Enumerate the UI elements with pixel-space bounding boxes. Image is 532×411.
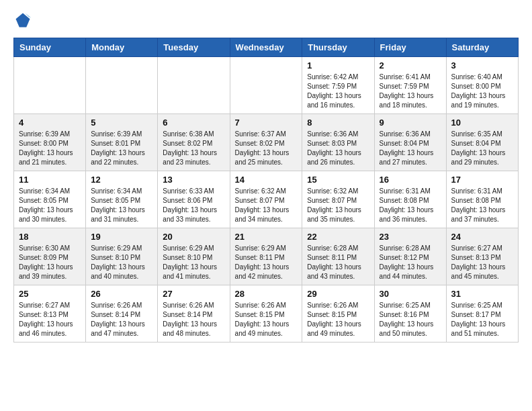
col-header-saturday: Saturday bbox=[446, 38, 518, 57]
calendar-cell: 9Sunrise: 6:36 AM Sunset: 8:04 PM Daylig… bbox=[374, 114, 446, 171]
col-header-sunday: Sunday bbox=[14, 38, 86, 57]
calendar-cell: 30Sunrise: 6:25 AM Sunset: 8:16 PM Dayli… bbox=[374, 285, 446, 342]
calendar-cell: 17Sunrise: 6:31 AM Sunset: 8:08 PM Dayli… bbox=[446, 171, 518, 228]
calendar-cell: 14Sunrise: 6:32 AM Sunset: 8:07 PM Dayli… bbox=[230, 171, 302, 228]
col-header-wednesday: Wednesday bbox=[230, 38, 302, 57]
calendar-cell: 15Sunrise: 6:32 AM Sunset: 8:07 PM Dayli… bbox=[302, 171, 374, 228]
day-info: Sunrise: 6:26 AM Sunset: 8:14 PM Dayligh… bbox=[91, 301, 152, 338]
calendar-cell: 11Sunrise: 6:34 AM Sunset: 8:05 PM Dayli… bbox=[14, 171, 86, 228]
calendar-cell: 16Sunrise: 6:31 AM Sunset: 8:08 PM Dayli… bbox=[374, 171, 446, 228]
day-info: Sunrise: 6:27 AM Sunset: 8:13 PM Dayligh… bbox=[19, 301, 81, 338]
day-number: 11 bbox=[19, 175, 81, 185]
calendar-cell: 29Sunrise: 6:26 AM Sunset: 8:15 PM Dayli… bbox=[302, 285, 374, 342]
calendar-cell: 1Sunrise: 6:42 AM Sunset: 7:59 PM Daylig… bbox=[302, 57, 374, 114]
day-number: 6 bbox=[163, 118, 224, 128]
col-header-thursday: Thursday bbox=[302, 38, 374, 57]
calendar-cell bbox=[158, 57, 230, 114]
calendar-cell: 20Sunrise: 6:29 AM Sunset: 8:10 PM Dayli… bbox=[158, 228, 230, 285]
day-info: Sunrise: 6:39 AM Sunset: 8:01 PM Dayligh… bbox=[91, 130, 152, 167]
calendar-cell: 3Sunrise: 6:40 AM Sunset: 8:00 PM Daylig… bbox=[446, 57, 518, 114]
calendar-cell: 13Sunrise: 6:33 AM Sunset: 8:06 PM Dayli… bbox=[158, 171, 230, 228]
calendar-cell: 28Sunrise: 6:26 AM Sunset: 8:15 PM Dayli… bbox=[230, 285, 302, 342]
day-number: 10 bbox=[451, 118, 513, 128]
day-number: 7 bbox=[235, 118, 298, 128]
day-number: 17 bbox=[451, 175, 513, 185]
day-number: 30 bbox=[380, 289, 441, 299]
calendar-cell: 8Sunrise: 6:36 AM Sunset: 8:03 PM Daylig… bbox=[302, 114, 374, 171]
day-info: Sunrise: 6:32 AM Sunset: 8:07 PM Dayligh… bbox=[235, 187, 298, 224]
logo-icon bbox=[13, 11, 32, 30]
calendar-cell: 23Sunrise: 6:28 AM Sunset: 8:12 PM Dayli… bbox=[374, 228, 446, 285]
day-number: 21 bbox=[235, 232, 298, 242]
day-info: Sunrise: 6:34 AM Sunset: 8:05 PM Dayligh… bbox=[19, 187, 81, 224]
calendar-cell: 27Sunrise: 6:26 AM Sunset: 8:14 PM Dayli… bbox=[158, 285, 230, 342]
calendar-cell: 26Sunrise: 6:26 AM Sunset: 8:14 PM Dayli… bbox=[86, 285, 158, 342]
calendar-week-row: 1Sunrise: 6:42 AM Sunset: 7:59 PM Daylig… bbox=[14, 57, 519, 114]
calendar-cell bbox=[86, 57, 158, 114]
day-info: Sunrise: 6:38 AM Sunset: 8:02 PM Dayligh… bbox=[163, 130, 224, 167]
day-number: 14 bbox=[235, 175, 298, 185]
day-info: Sunrise: 6:36 AM Sunset: 8:04 PM Dayligh… bbox=[380, 130, 441, 167]
day-info: Sunrise: 6:31 AM Sunset: 8:08 PM Dayligh… bbox=[451, 187, 513, 224]
day-info: Sunrise: 6:30 AM Sunset: 8:09 PM Dayligh… bbox=[19, 244, 81, 281]
calendar-cell: 2Sunrise: 6:41 AM Sunset: 7:59 PM Daylig… bbox=[374, 57, 446, 114]
day-number: 15 bbox=[307, 175, 369, 185]
day-info: Sunrise: 6:37 AM Sunset: 8:02 PM Dayligh… bbox=[235, 130, 298, 167]
day-info: Sunrise: 6:28 AM Sunset: 8:11 PM Dayligh… bbox=[307, 244, 369, 281]
day-info: Sunrise: 6:36 AM Sunset: 8:03 PM Dayligh… bbox=[307, 130, 369, 167]
day-number: 5 bbox=[91, 118, 152, 128]
calendar-week-row: 18Sunrise: 6:30 AM Sunset: 8:09 PM Dayli… bbox=[14, 228, 519, 285]
calendar-cell: 31Sunrise: 6:25 AM Sunset: 8:17 PM Dayli… bbox=[446, 285, 518, 342]
day-number: 19 bbox=[91, 232, 152, 242]
calendar-cell: 5Sunrise: 6:39 AM Sunset: 8:01 PM Daylig… bbox=[86, 114, 158, 171]
day-number: 13 bbox=[163, 175, 224, 185]
calendar-table: SundayMondayTuesdayWednesdayThursdayFrid… bbox=[13, 38, 519, 342]
day-number: 23 bbox=[380, 232, 441, 242]
day-info: Sunrise: 6:32 AM Sunset: 8:07 PM Dayligh… bbox=[307, 187, 369, 224]
day-number: 20 bbox=[163, 232, 224, 242]
day-info: Sunrise: 6:25 AM Sunset: 8:17 PM Dayligh… bbox=[451, 301, 513, 338]
day-info: Sunrise: 6:29 AM Sunset: 8:10 PM Dayligh… bbox=[91, 244, 152, 281]
calendar-cell: 4Sunrise: 6:39 AM Sunset: 8:00 PM Daylig… bbox=[14, 114, 86, 171]
calendar-cell bbox=[230, 57, 302, 114]
calendar-header-row: SundayMondayTuesdayWednesdayThursdayFrid… bbox=[14, 38, 519, 57]
col-header-tuesday: Tuesday bbox=[158, 38, 230, 57]
day-info: Sunrise: 6:28 AM Sunset: 8:12 PM Dayligh… bbox=[380, 244, 441, 281]
day-info: Sunrise: 6:29 AM Sunset: 8:10 PM Dayligh… bbox=[163, 244, 224, 281]
day-info: Sunrise: 6:42 AM Sunset: 7:59 PM Dayligh… bbox=[307, 73, 369, 110]
page-header bbox=[13, 11, 519, 30]
day-number: 25 bbox=[19, 289, 81, 299]
day-number: 1 bbox=[307, 60, 369, 71]
day-number: 28 bbox=[235, 289, 298, 299]
calendar-cell: 19Sunrise: 6:29 AM Sunset: 8:10 PM Dayli… bbox=[86, 228, 158, 285]
day-info: Sunrise: 6:27 AM Sunset: 8:13 PM Dayligh… bbox=[451, 244, 513, 281]
day-info: Sunrise: 6:26 AM Sunset: 8:15 PM Dayligh… bbox=[235, 301, 298, 338]
calendar-cell: 25Sunrise: 6:27 AM Sunset: 8:13 PM Dayli… bbox=[14, 285, 86, 342]
col-header-monday: Monday bbox=[86, 38, 158, 57]
calendar-cell: 6Sunrise: 6:38 AM Sunset: 8:02 PM Daylig… bbox=[158, 114, 230, 171]
day-info: Sunrise: 6:26 AM Sunset: 8:15 PM Dayligh… bbox=[307, 301, 369, 338]
day-info: Sunrise: 6:35 AM Sunset: 8:04 PM Dayligh… bbox=[451, 130, 513, 167]
day-number: 29 bbox=[307, 289, 369, 299]
col-header-friday: Friday bbox=[374, 38, 446, 57]
calendar-week-row: 25Sunrise: 6:27 AM Sunset: 8:13 PM Dayli… bbox=[14, 285, 519, 342]
calendar-cell: 10Sunrise: 6:35 AM Sunset: 8:04 PM Dayli… bbox=[446, 114, 518, 171]
calendar-cell: 18Sunrise: 6:30 AM Sunset: 8:09 PM Dayli… bbox=[14, 228, 86, 285]
day-number: 4 bbox=[19, 118, 81, 128]
calendar-cell: 7Sunrise: 6:37 AM Sunset: 8:02 PM Daylig… bbox=[230, 114, 302, 171]
day-number: 27 bbox=[163, 289, 224, 299]
day-number: 2 bbox=[380, 60, 441, 71]
day-info: Sunrise: 6:39 AM Sunset: 8:00 PM Dayligh… bbox=[19, 130, 81, 167]
calendar-cell: 24Sunrise: 6:27 AM Sunset: 8:13 PM Dayli… bbox=[446, 228, 518, 285]
calendar-week-row: 4Sunrise: 6:39 AM Sunset: 8:00 PM Daylig… bbox=[14, 114, 519, 171]
calendar-cell: 12Sunrise: 6:34 AM Sunset: 8:05 PM Dayli… bbox=[86, 171, 158, 228]
day-info: Sunrise: 6:33 AM Sunset: 8:06 PM Dayligh… bbox=[163, 187, 224, 224]
day-info: Sunrise: 6:41 AM Sunset: 7:59 PM Dayligh… bbox=[380, 73, 441, 110]
day-info: Sunrise: 6:29 AM Sunset: 8:11 PM Dayligh… bbox=[235, 244, 298, 281]
day-info: Sunrise: 6:25 AM Sunset: 8:16 PM Dayligh… bbox=[380, 301, 441, 338]
day-number: 26 bbox=[91, 289, 152, 299]
day-number: 16 bbox=[380, 175, 441, 185]
day-info: Sunrise: 6:31 AM Sunset: 8:08 PM Dayligh… bbox=[380, 187, 441, 224]
day-number: 9 bbox=[380, 118, 441, 128]
day-number: 22 bbox=[307, 232, 369, 242]
